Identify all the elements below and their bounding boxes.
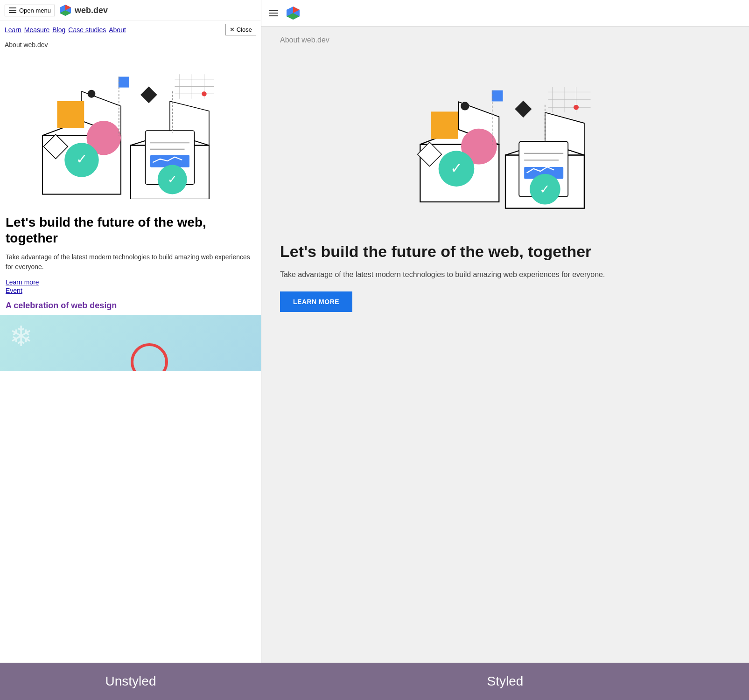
learn-more-link[interactable]: Learn more bbox=[6, 278, 255, 286]
left-logo: web.dev bbox=[59, 4, 108, 17]
hamburger-icon bbox=[9, 7, 16, 13]
close-button[interactable]: ✕ Close bbox=[225, 24, 256, 35]
svg-rect-53 bbox=[515, 101, 532, 118]
unstyled-label: Unstyled bbox=[105, 674, 156, 689]
left-illustration: ✓ ✓ bbox=[0, 51, 261, 210]
bottom-labels: Unstyled Styled bbox=[0, 663, 749, 700]
nav-link-learn[interactable]: Learn bbox=[5, 26, 21, 34]
right-nav-bar bbox=[261, 0, 749, 27]
svg-text:✓: ✓ bbox=[167, 173, 177, 186]
svg-point-63 bbox=[574, 105, 579, 110]
left-heading: Let's build the future of the web, toget… bbox=[6, 215, 255, 246]
circle-preview bbox=[131, 343, 168, 371]
right-illustration: ✓ ✓ bbox=[280, 54, 730, 231]
event-link[interactable]: Event bbox=[6, 287, 255, 294]
right-hamburger-icon[interactable] bbox=[269, 10, 278, 16]
svg-rect-52 bbox=[491, 90, 503, 102]
left-nav-links: Learn Measure Blog Case studies About ✕ … bbox=[0, 21, 261, 38]
right-about-label: About web.dev bbox=[280, 36, 730, 44]
svg-point-31 bbox=[202, 91, 207, 97]
celebration-link[interactable]: A celebration of web design bbox=[6, 301, 117, 310]
styled-panel: About web.dev ✓ bbox=[261, 0, 749, 663]
svg-text:✓: ✓ bbox=[539, 182, 550, 196]
unstyled-panel: Open menu web.dev Learn Measure Blog Cas… bbox=[0, 0, 261, 663]
webdev-logo-icon bbox=[59, 4, 72, 17]
unstyled-label-container: Unstyled bbox=[0, 663, 261, 700]
svg-rect-21 bbox=[140, 87, 157, 104]
snowflake-icon: ❄ bbox=[9, 320, 33, 353]
svg-text:✓: ✓ bbox=[76, 151, 87, 166]
right-illustration-svg: ✓ ✓ bbox=[407, 74, 603, 210]
left-about-label: About web.dev bbox=[0, 38, 261, 51]
svg-rect-6 bbox=[57, 101, 84, 128]
left-bottom-preview: ❄ bbox=[0, 315, 261, 371]
left-links: Learn more Event bbox=[6, 278, 255, 294]
right-description: Take advantage of the latest modern tech… bbox=[280, 269, 730, 281]
nav-link-blog[interactable]: Blog bbox=[52, 26, 65, 34]
open-menu-label: Open menu bbox=[19, 7, 51, 14]
svg-rect-20 bbox=[118, 77, 129, 88]
styled-label: Styled bbox=[487, 674, 524, 689]
nav-link-about[interactable]: About bbox=[109, 26, 126, 34]
left-illustration-svg: ✓ ✓ bbox=[33, 62, 229, 199]
left-description: Take advantage of the latest modern tech… bbox=[6, 252, 255, 272]
close-label: Close bbox=[237, 26, 252, 33]
right-heading: Let's build the future of the web, toget… bbox=[280, 242, 730, 261]
close-icon: ✕ bbox=[230, 26, 235, 33]
svg-text:✓: ✓ bbox=[450, 160, 462, 176]
nav-link-case-studies[interactable]: Case studies bbox=[68, 26, 106, 34]
left-body: Let's build the future of the web, toget… bbox=[0, 210, 261, 315]
left-nav-bar: Open menu web.dev bbox=[0, 0, 261, 21]
nav-link-measure[interactable]: Measure bbox=[24, 26, 49, 34]
right-webdev-logo-icon bbox=[286, 6, 301, 21]
learn-more-button[interactable]: LEARN MORE bbox=[280, 291, 352, 312]
svg-point-22 bbox=[87, 90, 95, 98]
open-menu-button[interactable]: Open menu bbox=[5, 5, 55, 16]
svg-rect-38 bbox=[431, 111, 458, 139]
styled-label-container: Styled bbox=[261, 663, 749, 700]
svg-point-54 bbox=[461, 102, 469, 110]
right-body: About web.dev ✓ bbox=[261, 27, 749, 663]
site-name: web.dev bbox=[75, 6, 108, 15]
